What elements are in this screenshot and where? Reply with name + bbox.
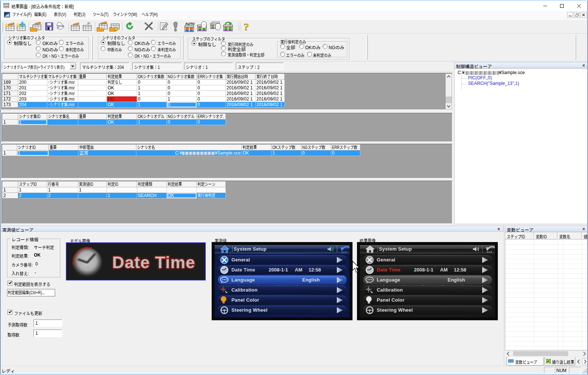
- svg-text:Date Time: Date Time: [112, 253, 195, 272]
- svg-text:AUTO: AUTO: [185, 22, 195, 26]
- svg-text:?: ?: [244, 21, 249, 32]
